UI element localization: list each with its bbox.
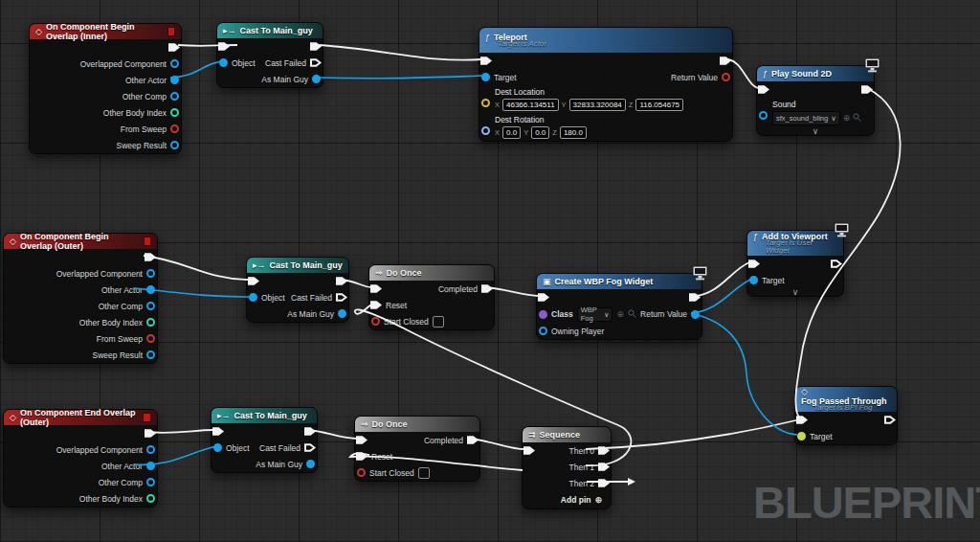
node-header[interactable]: ◇ On Component End Overlap (Outer) xyxy=(4,410,157,425)
pin-return-value[interactable] xyxy=(691,310,700,319)
pin-other-comp[interactable] xyxy=(170,92,179,101)
sequence-add-pin-button[interactable]: Add pin⊕ xyxy=(523,491,611,508)
exec-in-pin[interactable] xyxy=(370,283,382,294)
node-begin-overlap-inner[interactable]: ◇ On Component Begin Overlap (Inner) Ove… xyxy=(29,23,182,154)
dest-location-x-field[interactable]: 46366.134511 xyxy=(502,99,559,111)
exec-out-pin[interactable] xyxy=(689,292,701,303)
exec-cast-failed-pin[interactable] xyxy=(310,57,322,68)
exec-reset-pin[interactable] xyxy=(370,300,382,310)
exec-completed-pin[interactable] xyxy=(481,283,493,294)
node-header[interactable]: ⇉ Sequence xyxy=(523,427,611,442)
pin-target[interactable] xyxy=(749,276,758,284)
pin-object[interactable] xyxy=(213,443,222,452)
node-begin-overlap-outer[interactable]: ◇ On Component Begin Overlap (Outer) Ove… xyxy=(3,233,158,364)
exec-reset-pin[interactable] xyxy=(356,451,368,462)
dest-location-y-field[interactable]: 32833.320084 xyxy=(569,99,626,111)
pin-start-closed[interactable] xyxy=(357,468,366,477)
pin-sweep-result[interactable] xyxy=(170,141,179,149)
node-header[interactable]: ƒ Teleport Target is Actor xyxy=(479,28,732,53)
exec-out-pin[interactable] xyxy=(168,42,180,53)
exec-out-pin[interactable] xyxy=(884,415,896,425)
pin-other-body-index[interactable] xyxy=(146,494,155,503)
exec-out-pin[interactable] xyxy=(831,259,842,269)
exec-in-pin[interactable] xyxy=(480,56,492,66)
exec-in-pin[interactable] xyxy=(538,292,549,303)
pin-other-body-index[interactable] xyxy=(170,108,179,117)
pin-as-main-guy[interactable] xyxy=(312,75,321,83)
collapse-chevron-icon[interactable]: ∨ xyxy=(757,127,874,135)
browse-asset-icon[interactable] xyxy=(628,309,636,320)
exec-out-pin[interactable] xyxy=(304,426,316,437)
pin-start-closed[interactable] xyxy=(371,317,380,326)
node-play-sound-2d[interactable]: ƒ Play Sound 2D Sound sfx_sound_bling∨ ⊕… xyxy=(756,65,875,136)
node-fog-passed-through[interactable]: ◇ Fog Passed Through Target is BPI Fog T… xyxy=(794,386,898,445)
exec-out-pin[interactable] xyxy=(310,41,322,52)
pin-as-main-guy[interactable] xyxy=(306,460,315,468)
pin-from-sweep[interactable] xyxy=(146,334,155,343)
start-closed-checkbox[interactable] xyxy=(433,316,444,327)
exec-then-0-pin[interactable] xyxy=(598,445,610,456)
pin-target[interactable] xyxy=(797,432,806,440)
node-cast-to-main-guy-bottom[interactable]: ▸→ Cast To Main_guy Object Cast Failed A… xyxy=(211,407,318,473)
node-cast-to-main-guy-middle[interactable]: ▸→ Cast To Main_guy Object Cast Failed A… xyxy=(246,257,349,323)
widget-class-dropdown[interactable]: WBP Fog∨ xyxy=(577,307,613,322)
exec-in-pin[interactable] xyxy=(248,276,259,286)
node-do-once-middle[interactable]: ⇒ Do Once Completed Reset Start Closed xyxy=(368,264,495,330)
pin-overlapped-component[interactable] xyxy=(146,269,155,278)
node-header[interactable]: ▸→ Cast To Main_guy xyxy=(217,23,323,38)
node-header[interactable]: ▸→ Cast To Main_guy xyxy=(212,408,317,423)
node-header[interactable]: ◇ On Component Begin Overlap (Inner) xyxy=(30,24,181,39)
node-cast-to-main-guy-top[interactable]: ▸→ Cast To Main_guy Object Cast Failed A… xyxy=(216,22,323,88)
collapse-chevron-icon[interactable]: ∨ xyxy=(747,288,843,296)
node-create-wbp-fog-widget[interactable]: ▣ Create WBP Fog Widget Class WBP Fog∨ ⊕… xyxy=(536,273,702,340)
node-header[interactable]: ƒ Play Sound 2D xyxy=(757,66,874,81)
pin-from-sweep[interactable] xyxy=(170,124,179,133)
sound-asset-dropdown[interactable]: sfx_sound_bling∨ xyxy=(772,111,840,125)
exec-in-pin[interactable] xyxy=(796,415,808,425)
pin-other-comp[interactable] xyxy=(146,478,155,486)
node-header[interactable]: ◇ On Component Begin Overlap (Outer) xyxy=(4,234,157,249)
pin-as-main-guy[interactable] xyxy=(338,309,346,318)
exec-in-pin[interactable] xyxy=(758,84,769,95)
node-header[interactable]: ◇ Fog Passed Through Target is BPI Fog xyxy=(795,387,897,412)
dest-rotation-y-field[interactable]: 0.0 xyxy=(531,126,549,139)
exec-completed-pin[interactable] xyxy=(467,435,479,445)
pin-object[interactable] xyxy=(249,293,257,302)
start-closed-checkbox[interactable] xyxy=(418,467,430,479)
pin-dest-rotation[interactable] xyxy=(481,126,490,135)
exec-out-pin[interactable] xyxy=(861,84,873,95)
pin-overlapped-component[interactable] xyxy=(146,445,155,454)
exec-then-1-pin[interactable] xyxy=(598,462,610,472)
exec-then-2-pin[interactable] xyxy=(598,478,610,488)
node-do-once-bottom[interactable]: ⇒ Do Once Completed Reset Start Closed xyxy=(354,416,480,482)
pin-sound[interactable] xyxy=(759,111,768,120)
pin-dest-location[interactable] xyxy=(481,99,490,107)
pin-object[interactable] xyxy=(219,58,228,67)
exec-out-pin[interactable] xyxy=(336,276,347,286)
node-sequence[interactable]: ⇉ Sequence Then 0 Then 1 Then 2 Add pin⊕ xyxy=(522,426,612,509)
exec-cast-failed-pin[interactable] xyxy=(336,292,347,303)
node-end-overlap-outer[interactable]: ◇ On Component End Overlap (Outer) Overl… xyxy=(3,409,158,508)
exec-in-pin[interactable] xyxy=(523,445,535,456)
blueprint-graph-canvas[interactable]: BLUEPRINT ◇ On Component Begin Overlap (… xyxy=(0,0,980,542)
dest-rotation-z-field[interactable]: 180.0 xyxy=(560,126,587,139)
pin-other-actor[interactable] xyxy=(146,462,155,470)
pin-class[interactable] xyxy=(539,310,547,319)
exec-in-pin[interactable] xyxy=(356,435,368,445)
node-teleport[interactable]: ƒ Teleport Target is Actor Target Return… xyxy=(479,27,733,142)
exec-out-pin[interactable] xyxy=(145,252,156,262)
pin-other-actor[interactable] xyxy=(146,285,155,294)
exec-in-pin[interactable] xyxy=(748,259,760,269)
exec-in-pin[interactable] xyxy=(212,426,224,437)
use-selected-asset-icon[interactable]: ⊕ xyxy=(616,310,624,319)
use-selected-asset-icon[interactable]: ⊕ xyxy=(843,114,851,123)
node-header[interactable]: ⇒ Do Once xyxy=(355,417,479,432)
pin-target[interactable] xyxy=(481,73,490,81)
pin-return-value[interactable] xyxy=(722,73,730,81)
pin-other-comp[interactable] xyxy=(146,302,155,310)
exec-out-pin[interactable] xyxy=(720,56,731,66)
pin-overlapped-component[interactable] xyxy=(170,59,179,68)
node-header[interactable]: ▣ Create WBP Fog Widget xyxy=(537,274,702,289)
node-header[interactable]: ƒ Add to Viewport Target is User Widget xyxy=(747,231,843,256)
exec-out-pin[interactable] xyxy=(145,428,156,439)
